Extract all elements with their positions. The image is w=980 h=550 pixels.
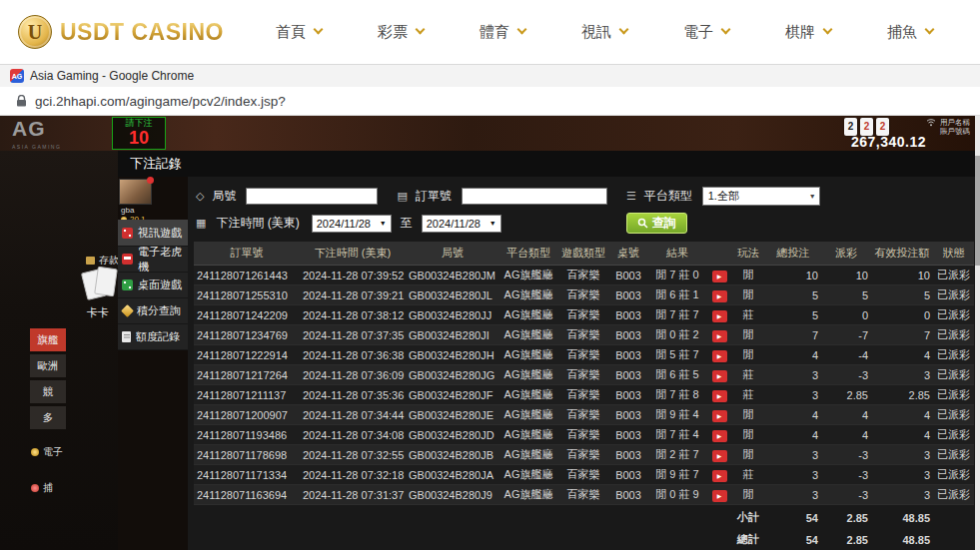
payout-cell: -3: [821, 445, 871, 465]
platform-label: 平台類型: [644, 188, 692, 205]
date-from-select[interactable]: 2024/11/28 ▼: [312, 215, 392, 233]
nav-item-lottery[interactable]: 彩票: [378, 23, 424, 42]
platform-icon: ☰: [626, 190, 636, 203]
bet-countdown: 請下注 10: [112, 117, 166, 150]
valid-bet-cell: 5: [871, 285, 933, 305]
status-cell: 已派彩: [933, 485, 974, 505]
site-navbar: U USDT CASINO 首頁 彩票 體育 視訊 電子 棋牌 捕魚: [0, 0, 980, 64]
nav-item-slots[interactable]: 電子: [683, 23, 729, 42]
main-nav: 首頁 彩票 體育 視訊 電子 棋牌 捕魚: [276, 23, 933, 42]
menu-credit-records[interactable]: 額度記錄: [118, 324, 188, 350]
menu-label: 額度記錄: [136, 329, 180, 344]
time-cell: 2024-11-28 07:39:21: [300, 285, 406, 305]
replay-button[interactable]: ▶: [712, 490, 727, 502]
game-cell: 百家樂: [557, 485, 609, 505]
playing-card: [94, 267, 118, 297]
subtotal-valid-bet: 48.85: [871, 505, 933, 528]
game-cell: 百家樂: [557, 365, 609, 385]
game-cell: 百家樂: [557, 305, 609, 325]
payout-cell: 10: [821, 266, 871, 285]
replay-button[interactable]: ▶: [712, 330, 727, 342]
date-to-select[interactable]: 2024/11/28 ▼: [422, 215, 501, 233]
order-input[interactable]: [462, 188, 607, 205]
site-logo[interactable]: U USDT CASINO: [18, 15, 224, 49]
replay-button[interactable]: ▶: [712, 370, 727, 382]
replay-button[interactable]: ▶: [712, 271, 727, 282]
replay-button[interactable]: ▶: [712, 410, 727, 422]
table-row: 241128071217264 2024-11-28 07:36:09 GB00…: [194, 365, 974, 385]
status-cell: 已派彩: [933, 465, 974, 485]
ag-favicon: AG: [10, 69, 24, 83]
grand-total-label: 總計: [731, 527, 765, 549]
menu-points-inquiry[interactable]: 積分查詢: [118, 298, 188, 324]
ag-logo-text: AG: [12, 117, 46, 140]
menu-video-games[interactable]: 視訊遊戲: [118, 220, 188, 247]
lobby-link-fishing[interactable]: 捕: [31, 481, 53, 495]
nav-item-fishing[interactable]: 捕魚: [887, 23, 933, 42]
screen: U USDT CASINO 首頁 彩票 體育 視訊 電子 棋牌 捕魚 AG As…: [0, 0, 980, 550]
grand-total-total-bet: 54: [765, 527, 821, 549]
round-cell: GB00324B280JF: [406, 385, 499, 405]
bet-on-cell: 閒: [731, 345, 765, 365]
chrome-urlbar[interactable]: gci.2hhapi.com/agingame/pcv2/index.jsp?: [0, 87, 980, 116]
menu-table-games[interactable]: 桌面遊戲: [118, 273, 188, 298]
category-multi[interactable]: 多: [30, 406, 66, 429]
nav-item-sports[interactable]: 體育: [480, 23, 525, 42]
round-input[interactable]: [246, 188, 378, 205]
platform-cell: AG旗艦廳: [499, 425, 557, 445]
dropdown-arrow-icon: ▼: [380, 220, 387, 227]
table-row: 241128071211137 2024-11-28 07:35:36 GB00…: [194, 385, 974, 405]
search-button-label: 查詢: [652, 215, 676, 232]
valid-bet-cell: 4: [871, 425, 933, 445]
dropdown-arrow-icon: ▼: [490, 220, 496, 227]
platform-select[interactable]: 1.全部 ▼: [702, 187, 820, 206]
category-competition[interactable]: 競: [30, 380, 66, 403]
grand-total-payout: 2.85: [821, 527, 871, 549]
table-row: 241128071255310 2024-11-28 07:39:21 GB00…: [194, 285, 974, 305]
nav-item-home[interactable]: 首頁: [276, 23, 322, 42]
nav-item-live[interactable]: 視訊: [581, 23, 627, 42]
deposit-button[interactable]: 存款: [86, 254, 119, 268]
col-payout: 派彩: [821, 242, 871, 266]
replay-button[interactable]: ▶: [712, 470, 727, 482]
lobby-category-strip: 旗艦 歐洲 競 多: [30, 328, 66, 429]
nav-label: 首頁: [276, 23, 306, 42]
spacer-cell: [194, 505, 731, 528]
lobby-link-label: 捕: [43, 481, 53, 495]
replay-button[interactable]: ▶: [712, 450, 727, 462]
order-cell: 241128071171334: [194, 465, 300, 485]
dropdown-arrow-icon: ▼: [809, 193, 816, 200]
category-europe[interactable]: 歐洲: [30, 354, 66, 377]
url-text: gci.2hhapi.com/agingame/pcv2/index.jsp?: [35, 94, 286, 109]
col-replay: [707, 242, 731, 266]
menu-label: 電子老虎機: [138, 245, 188, 275]
order-cell: 241128071211137: [194, 385, 300, 405]
category-flagship[interactable]: 旗艦: [30, 328, 66, 351]
play-icon: ▶: [717, 393, 722, 399]
table-row: 241128071163694 2024-11-28 07:31:37 GB00…: [194, 485, 974, 505]
valid-bet-cell: 10: [871, 266, 933, 285]
replay-button[interactable]: ▶: [712, 390, 727, 402]
replay-button[interactable]: ▶: [712, 290, 727, 302]
search-button[interactable]: 查詢: [626, 213, 687, 234]
document-icon: [122, 331, 131, 342]
date-to-value: 2024/11/28: [427, 218, 481, 230]
replay-button[interactable]: ▶: [712, 430, 727, 442]
result-cell: 閒 9 莊 4: [647, 405, 707, 425]
table-no-cell: B003: [609, 405, 647, 425]
valid-bet-cell: 3: [871, 485, 933, 505]
replay-button[interactable]: ▶: [712, 350, 727, 362]
platform-cell: AG旗艦廳: [499, 445, 557, 465]
status-cell: 已派彩: [933, 345, 974, 365]
menu-slot-machines[interactable]: 電子老虎機: [118, 247, 188, 273]
platform-cell: AG旗艦廳: [499, 465, 557, 485]
game-page: AG ASIA GAMING 請下注 10 2 2 2 用戶名稱 賬戶號碼 26…: [0, 116, 980, 550]
replay-button[interactable]: ▶: [712, 310, 727, 322]
lobby-link-slots[interactable]: 電子: [31, 445, 63, 459]
valid-bet-cell: 3: [871, 465, 933, 485]
nav-item-cards[interactable]: 棋牌: [785, 23, 831, 42]
chevron-down-icon: [314, 25, 324, 35]
page-scrollbar[interactable]: [975, 116, 980, 550]
menu-label: 積分查詢: [137, 303, 181, 318]
scrollbar-thumb[interactable]: [975, 156, 980, 266]
